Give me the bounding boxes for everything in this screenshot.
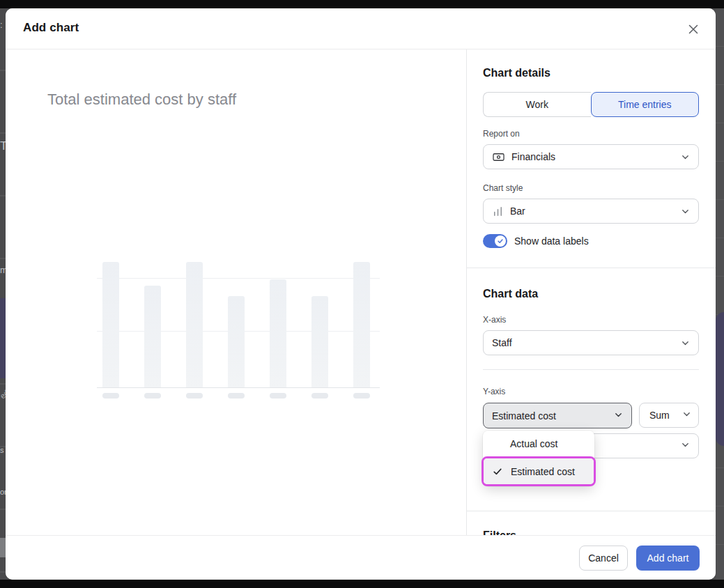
- preview-bar: [270, 279, 286, 387]
- preview-x-label-pill: [353, 393, 370, 399]
- add-chart-button[interactable]: Add chart: [636, 546, 700, 571]
- preview-bar: [311, 296, 328, 387]
- backdrop-fragment: m: [0, 265, 6, 275]
- x-axis-label: X-axis: [483, 315, 506, 325]
- preview-x-label-pill: [144, 393, 161, 399]
- show-data-labels-row: Show data labels: [483, 234, 589, 248]
- check-icon: [497, 238, 504, 245]
- section-divider: [467, 268, 716, 268]
- annotation-highlight-box: Estimated cost: [482, 456, 596, 486]
- tab-work[interactable]: Work: [483, 92, 591, 117]
- close-icon: [688, 24, 699, 35]
- toggle-knob: [495, 235, 506, 247]
- chart-details-heading: Chart details: [483, 67, 550, 79]
- x-axis-value: Staff: [492, 337, 512, 348]
- section-divider: [467, 511, 716, 511]
- report-on-select[interactable]: Financials: [483, 144, 699, 169]
- preview-x-label-pill: [102, 393, 119, 399]
- chevron-down-icon: [682, 410, 691, 421]
- preview-x-label-pill: [270, 393, 286, 399]
- chart-settings-panel: Chart details Work Time entries Report o…: [467, 49, 716, 535]
- show-data-labels-toggle[interactable]: [483, 234, 507, 248]
- menu-item-estimated-cost[interactable]: Estimated cost: [484, 458, 594, 484]
- preview-bar: [186, 262, 203, 387]
- chevron-down-icon: [681, 207, 690, 216]
- chevron-down-icon: [681, 153, 690, 162]
- preview-bar: [228, 296, 245, 387]
- preview-x-label-pill: [186, 393, 203, 399]
- close-button[interactable]: [686, 22, 701, 37]
- y-axis-dropdown-menu: Actual cost Estimated cost: [483, 431, 594, 486]
- chart-data-heading: Chart data: [483, 288, 538, 300]
- modal-title: Add chart: [23, 21, 79, 35]
- modal-header: Add chart: [6, 8, 716, 49]
- chevron-down-icon: [614, 410, 623, 421]
- axis-baseline: [97, 387, 380, 388]
- preview-bar: [353, 262, 370, 387]
- banknote-icon: [492, 150, 505, 164]
- source-segmented-control: Work Time entries: [483, 92, 699, 117]
- preview-x-label-pill: [311, 393, 328, 399]
- preview-bar: [102, 262, 119, 387]
- backdrop-gray-block-left: [0, 538, 6, 557]
- preview-bar: [144, 286, 161, 387]
- preview-x-label-pill: [228, 393, 245, 399]
- browser-chrome-top: [0, 0, 724, 8]
- field-divider: [483, 369, 699, 370]
- cancel-button[interactable]: Cancel: [579, 546, 628, 571]
- gridline: [97, 278, 380, 279]
- backdrop-purple-shape-right: [716, 312, 724, 446]
- y-axis-value: Estimated cost: [492, 410, 556, 421]
- aggregate-value: Sum: [649, 410, 670, 421]
- chart-style-label: Chart style: [483, 183, 523, 193]
- backdrop-fragment: ed: [0, 388, 6, 400]
- backdrop-bottom-strip: [0, 580, 724, 588]
- add-chart-modal: Add chart Total estimated cost by staff …: [6, 8, 716, 580]
- tab-time-entries[interactable]: Time entries: [591, 92, 700, 117]
- menu-item-label: Actual cost: [510, 438, 557, 449]
- menu-item-actual-cost[interactable]: Actual cost: [483, 431, 594, 456]
- chart-preview: [97, 256, 380, 387]
- backdrop-fragment: or: [0, 488, 6, 496]
- report-on-label: Report on: [483, 129, 520, 139]
- chevron-down-icon: [681, 440, 690, 452]
- backdrop-right-strip: [716, 8, 724, 580]
- show-data-labels-label: Show data labels: [514, 235, 589, 247]
- filters-heading: Filters: [483, 529, 516, 535]
- chart-preview-title: Total estimated cost by staff: [47, 91, 236, 109]
- chart-style-value: Bar: [510, 206, 525, 217]
- aggregate-select[interactable]: Sum: [639, 403, 699, 428]
- y-axis-row: Estimated cost Sum: [483, 403, 699, 428]
- y-axis-select[interactable]: Estimated cost: [483, 403, 632, 428]
- backdrop-fragment: s: [0, 446, 4, 454]
- bar-chart-icon: [492, 206, 504, 217]
- menu-item-label: Estimated cost: [511, 466, 575, 477]
- backdrop-fragment: T: [0, 139, 6, 153]
- chart-style-select[interactable]: Bar: [483, 199, 699, 224]
- modal-footer: Cancel Add chart: [6, 535, 716, 580]
- check-icon: [493, 467, 505, 477]
- backdrop-left-strip: : T m ed s or: [0, 8, 6, 580]
- backdrop-fragment: :: [0, 20, 3, 30]
- report-on-value: Financials: [511, 151, 555, 162]
- backdrop-purple-shape-left: [0, 298, 6, 378]
- chevron-down-icon: [681, 339, 690, 348]
- y-axis-label: Y-axis: [483, 387, 505, 396]
- x-axis-select[interactable]: Staff: [483, 330, 699, 355]
